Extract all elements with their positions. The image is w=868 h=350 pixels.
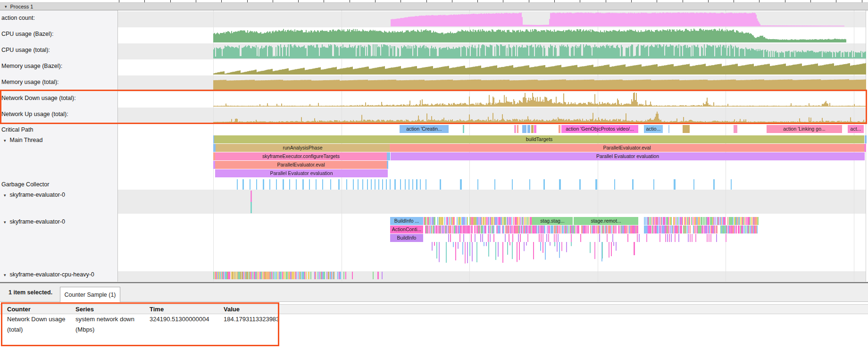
thread-track-label-text: Critical Path	[1, 126, 33, 133]
timeline-slice[interactable]: actio...	[644, 125, 663, 133]
timeline-slice[interactable]	[463, 125, 464, 133]
process-header-label: Process 1	[10, 4, 33, 9]
timeline-slice[interactable]	[559, 125, 560, 133]
timeline-slice[interactable]: action 'Linking go...	[767, 125, 842, 133]
timeline-slice[interactable]	[517, 125, 518, 133]
timeline-slice[interactable]	[668, 125, 669, 133]
thread-track-label-text: skyframe-evaluator-cpu-heavy-0	[10, 271, 94, 278]
network-tracks-highlight	[0, 90, 867, 124]
counter-track-label: Memory usage (Bazel):	[1, 63, 62, 69]
thread-track-label[interactable]: ▾skyframe-evaluator-0	[1, 192, 65, 198]
timeline-slice[interactable]	[531, 125, 534, 133]
timeline-slice[interactable]: stage.remot...	[574, 217, 638, 225]
counter-track-label: action count:	[1, 15, 35, 21]
timeline-slice[interactable]	[683, 125, 690, 133]
timeline-slice[interactable]: act...	[848, 125, 864, 133]
timeline-slice[interactable]	[387, 161, 388, 169]
collapse-arrow-icon[interactable]: ▾	[5, 4, 7, 9]
process-header[interactable]: ▾ Process 1	[0, 2, 868, 10]
collapse-arrow-icon[interactable]: ▾	[4, 273, 6, 277]
timeline-slice[interactable]	[514, 125, 516, 133]
details-panel-header	[0, 283, 868, 302]
selection-status: 1 item selected.	[8, 289, 52, 296]
thread-track-label-text: Main Thread	[10, 137, 43, 143]
timeline-slice[interactable]: Parallel Evaluator evaluation	[215, 169, 388, 177]
timeline-slice[interactable]: BuildInfo	[390, 234, 423, 242]
thread-track-label-text: skyframe-evaluator-0	[10, 192, 65, 198]
counter-track-label: Memory usage (total):	[1, 79, 59, 85]
collapse-arrow-icon[interactable]: ▾	[4, 220, 6, 225]
thread-track-label[interactable]: ▾skyframe-evaluator-cpu-heavy-0	[1, 271, 94, 278]
timeline-slice[interactable]	[865, 135, 867, 143]
timeline-slice[interactable]: buildTargets	[214, 135, 864, 143]
collapse-arrow-icon[interactable]: ▾	[4, 138, 6, 143]
timeline-slice[interactable]: skyframeExecutor.configureTargets	[215, 152, 387, 160]
thread-track-label-text: Garbage Collector	[1, 181, 49, 188]
timeline-slice[interactable]: action 'GenObjcProtos video/...	[561, 125, 638, 133]
timeline-slice[interactable]	[527, 125, 530, 133]
counter-track-label: CPU usage (total):	[1, 47, 50, 53]
counter-track-label: CPU usage (Bazel):	[1, 31, 53, 37]
thread-track-label-text: skyframe-evaluator-0	[10, 218, 65, 225]
timeline-slice[interactable]: runAnalysisPhase	[216, 144, 390, 152]
trace-viewer: ▾ Process 1 action count:CPU usage (Baze…	[0, 0, 868, 350]
timeline-slice[interactable]	[534, 125, 536, 133]
timeline-slice[interactable]: Parallel Evaluator evaluation	[391, 152, 865, 160]
timeline-slice[interactable]: ParallelEvaluator.eval	[215, 161, 387, 169]
timeline-slice[interactable]: ActionConti...	[390, 225, 423, 233]
timeline-slice[interactable]	[387, 152, 390, 160]
thread-track-label[interactable]: ▾skyframe-evaluator-0	[1, 218, 65, 225]
track-name-sidebar: action count:CPU usage (Bazel):CPU usage…	[0, 10, 118, 282]
thread-track-label: Critical Path	[1, 126, 33, 133]
timeline-slice[interactable]	[864, 144, 866, 152]
timeline-slice[interactable]	[734, 125, 737, 133]
timeline-slice[interactable]	[522, 125, 526, 133]
thread-track-label[interactable]: ▾Main Thread	[1, 137, 42, 143]
timeline-slice[interactable]: action 'Creatin...	[400, 125, 449, 133]
thread-track-label: Garbage Collector	[1, 181, 49, 188]
timeline-slice[interactable]: BuildInfo ...	[390, 217, 423, 225]
timeline-slice[interactable]: ParallelEvaluator.eval	[390, 144, 864, 152]
tab-counter-sample[interactable]: Counter Sample (1)	[60, 287, 120, 302]
tab-counter-sample-label: Counter Sample (1)	[64, 292, 116, 298]
counter-table-highlight	[1, 302, 279, 346]
timeline-slice[interactable]: stag.stag...	[532, 217, 573, 225]
collapse-arrow-icon[interactable]: ▾	[4, 193, 6, 198]
